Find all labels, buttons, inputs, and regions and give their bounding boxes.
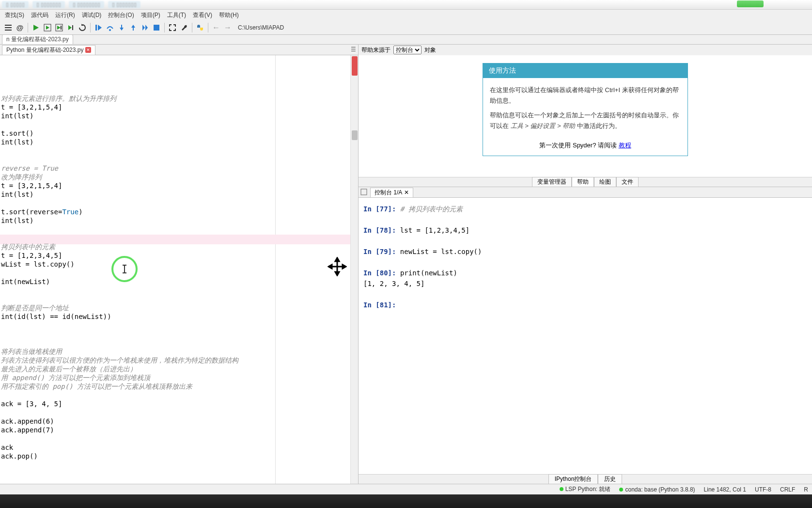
editor-pane: Python 量化编程基础-2023.py ✕ ☰ 对列表元素进行排序。默认为升… — [0, 45, 359, 484]
run-cell-icon[interactable] — [42, 22, 53, 33]
svg-marker-15 — [131, 25, 135, 28]
statusbar: LSP Python: 就绪 conda: base (Python 3.8.8… — [0, 484, 812, 494]
debug-step-icon[interactable] — [93, 22, 104, 33]
editor-scrollbar[interactable] — [350, 55, 358, 484]
close-icon[interactable]: ✕ — [404, 189, 409, 196]
svg-rect-25 — [361, 189, 367, 195]
svg-rect-1 — [5, 27, 12, 28]
help-tabs: 变量管理器 帮助 绘图 文件 — [359, 177, 812, 187]
editor-tab-label: Python 量化编程基础-2023.py — [6, 46, 83, 54]
at-icon[interactable]: @ — [15, 22, 25, 33]
svg-marker-12 — [98, 25, 102, 31]
console-bottom-tabs: IPython控制台 历史 — [359, 474, 812, 484]
console-pane: 控制台 1/A ✕ In [77]: # 拷贝列表中的元素 In [78]: l… — [359, 187, 812, 484]
svg-marker-7 — [57, 26, 61, 30]
menu-console[interactable]: 控制台(O) — [105, 10, 137, 20]
help-source-select[interactable]: 控制台 — [393, 46, 422, 54]
run-cell-advance-icon[interactable] — [54, 22, 64, 33]
tab-ipython-console[interactable]: IPython控制台 — [548, 474, 598, 484]
back-icon[interactable]: ← — [211, 22, 221, 33]
menu-tools[interactable]: 工具(T) — [164, 10, 189, 20]
help-box: 使用方法 在这里你可以通过在编辑器或者终端中按 Ctrl+I 来获得任何对象的帮… — [483, 63, 688, 156]
help-pane: 帮助来源于 控制台 对象 使用方法 在这里你可以通过在编辑器或者终端中按 Ctr… — [359, 45, 812, 187]
wrench-icon[interactable] — [179, 22, 189, 33]
console-tabbar: 控制台 1/A ✕ — [359, 187, 812, 198]
menu-debug[interactable]: 调试(D) — [79, 10, 105, 20]
run-selection-icon[interactable] — [65, 22, 76, 33]
editor-options-icon[interactable]: ☰ — [351, 46, 356, 53]
menu-source[interactable]: 源代码 — [28, 10, 51, 20]
right-pane: 帮助来源于 控制台 对象 使用方法 在这里你可以通过在编辑器或者终端中按 Ctr… — [359, 45, 812, 484]
working-dir-path: C:\Users\MIAPAD — [238, 24, 284, 31]
titlebar-badge — [737, 0, 764, 7]
svg-marker-5 — [46, 26, 49, 30]
svg-rect-2 — [5, 30, 12, 31]
tab-plots[interactable]: 绘图 — [594, 177, 616, 187]
close-icon[interactable]: ✕ — [85, 47, 91, 53]
list-icon[interactable] — [3, 22, 14, 33]
help-body-2: 帮助信息可以在一个对象之后加上一个左圆括号的时候自动显示。你可以在 工具 > 偏… — [490, 110, 681, 131]
svg-rect-18 — [154, 25, 159, 31]
menu-project[interactable]: 项目(P) — [138, 10, 163, 20]
svg-marker-3 — [33, 25, 39, 31]
help-header: 帮助来源于 控制台 对象 — [359, 45, 812, 55]
python-icon[interactable] — [195, 22, 205, 33]
menu-help[interactable]: 帮助(H) — [216, 10, 242, 20]
forward-icon[interactable]: → — [222, 22, 233, 33]
maximize-icon[interactable] — [167, 22, 178, 33]
main-tabbar: n 量化编程基础-2023.py — [0, 35, 812, 45]
tab-variable-explorer[interactable]: 变量管理器 — [532, 177, 572, 187]
menu-view[interactable]: 查看(V) — [190, 10, 215, 20]
console-body[interactable]: In [77]: # 拷贝列表中的元素 In [78]: lst = [1,2,… — [359, 198, 812, 474]
rerun-icon[interactable] — [77, 22, 88, 33]
help-object-label: 对象 — [424, 46, 436, 54]
stop-icon[interactable] — [151, 22, 162, 33]
continue-icon[interactable] — [140, 22, 150, 33]
help-source-label: 帮助来源于 — [361, 46, 390, 54]
step-over-icon[interactable] — [105, 22, 115, 33]
svg-marker-17 — [145, 25, 148, 31]
svg-marker-14 — [120, 28, 124, 31]
svg-rect-0 — [5, 25, 12, 26]
editor-body[interactable]: 对列表元素进行排序。默认为升序排列t = [3,2,1,5,4]int(lst)… — [0, 55, 358, 484]
console-options-icon[interactable] — [360, 189, 368, 196]
menubar: 查找(S) 源代码 运行(R) 调试(D) 控制台(O) 项目(P) 工具(T)… — [0, 10, 812, 20]
step-out-icon[interactable] — [128, 22, 139, 33]
status-encoding: UTF-8 — [755, 486, 771, 493]
run-icon[interactable] — [31, 22, 41, 33]
step-into-icon[interactable] — [116, 22, 127, 33]
status-eol: CRLF — [780, 486, 795, 493]
tutorial-link[interactable]: 教程 — [619, 142, 631, 149]
status-lsp: LSP Python: 就绪 — [560, 485, 611, 493]
console-tab-label: 控制台 1/A — [375, 189, 402, 197]
menu-find[interactable]: 查找(S) — [2, 10, 27, 20]
window-titlebar: ▯ ▯▯▯▯▯▯ ▯▯▯▯▯▯▯▯ ▯▯▯▯▯▯▯▯▯ ▯▯▯▯▯▯▯ — [0, 0, 812, 10]
help-footer: 第一次使用 Spyder? 请阅读 教程 — [483, 136, 687, 156]
toolbar: @ ← → C:\Users\MIAPAD — [0, 20, 812, 35]
help-content: 使用方法 在这里你可以通过在编辑器或者终端中按 Ctrl+I 来获得任何对象的帮… — [359, 55, 812, 177]
menu-run[interactable]: 运行(R) — [52, 10, 78, 20]
editor-tab[interactable]: Python 量化编程基础-2023.py ✕ — [2, 45, 95, 55]
status-position: Line 1482, Col 1 — [704, 486, 746, 493]
editor-tabbar: Python 量化编程基础-2023.py ✕ ☰ — [0, 45, 358, 55]
console-tab[interactable]: 控制台 1/A ✕ — [370, 188, 413, 197]
svg-rect-9 — [72, 25, 73, 30]
os-taskbar[interactable] — [0, 494, 812, 508]
tab-history[interactable]: 历史 — [598, 474, 622, 484]
status-conda: conda: base (Python 3.8.8) — [619, 486, 695, 493]
main-tab[interactable]: n 量化编程基础-2023.py — [2, 34, 73, 44]
svg-marker-8 — [68, 25, 72, 30]
svg-point-13 — [109, 29, 111, 31]
svg-rect-11 — [95, 25, 97, 31]
help-box-title: 使用方法 — [483, 64, 687, 78]
status-rw: R — [804, 486, 808, 493]
tab-help[interactable]: 帮助 — [572, 177, 594, 187]
svg-marker-16 — [142, 25, 145, 31]
tab-files[interactable]: 文件 — [616, 177, 639, 187]
help-body-1: 在这里你可以通过在编辑器或者终端中按 Ctrl+I 来获得任何对象的帮助信息。 — [490, 85, 681, 106]
